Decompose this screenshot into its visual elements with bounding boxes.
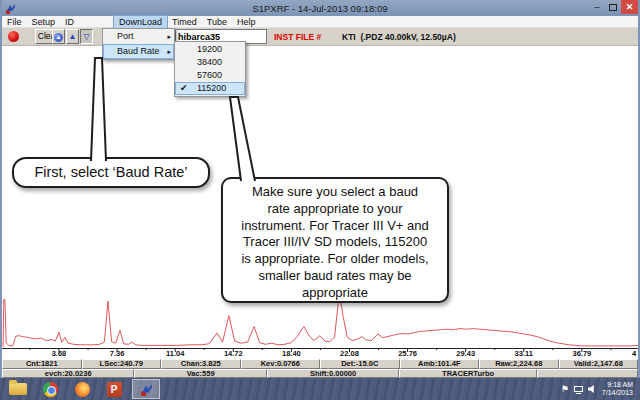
s1pxrf-window: S1PXRF - 14-Jul-2013 09:18:09 – ✕ File S… — [0, 0, 640, 378]
minimize-button[interactable]: – — [590, 0, 604, 14]
status-chan: Chan:3.825 — [161, 359, 241, 369]
submenu-arrow-icon: ▸ — [167, 29, 171, 44]
instrument-info-label: KTI (.PDZ 40.00kV, 12.50µA) — [342, 32, 456, 42]
axis-tick-label-partial: 4 — [632, 349, 636, 358]
status-cnt: Cnt:1821 — [2, 359, 82, 369]
baud-option-19200[interactable]: 19200 — [175, 43, 245, 56]
s1pxrf-icon — [140, 383, 153, 396]
windows-taskbar: P ⚑ 9:18 AM 7/14/2013 — [0, 378, 640, 400]
menu-timed[interactable]: Timed — [167, 16, 202, 28]
down-arrow-icon: ▽ — [83, 32, 89, 41]
desktop: S1PXRF - 14-Jul-2013 09:18:09 – ✕ File S… — [0, 0, 640, 400]
close-button[interactable]: ✕ — [621, 0, 638, 14]
status-tracerturbo: TRACERTurbo — [399, 369, 537, 378]
network-icon[interactable] — [574, 386, 583, 392]
callout2-line: smaller baud rates may be — [223, 268, 447, 285]
status-vac: Vac:559 — [134, 369, 266, 378]
taskbar-s1pxrf-active[interactable] — [132, 379, 160, 399]
callout2-line: Tracer III/IV SD models, 115200 — [223, 234, 447, 251]
menu-help[interactable]: Help — [232, 16, 261, 28]
toolbar: Clear ▲ ▲ ▽ INST FILE # KTI (.PDZ 40.00k… — [2, 28, 638, 46]
axis-tick-label: 14.72 — [213, 349, 253, 358]
status-kev: Kev:0.0766 — [241, 359, 321, 369]
action-center-flag-icon[interactable]: ⚑ — [561, 385, 569, 394]
volume-icon[interactable] — [588, 385, 597, 394]
baud-rate-label: Baud Rate — [117, 46, 160, 56]
status-det: Det:-15.0C — [320, 359, 400, 369]
download-dropdown-menu: Port ▸ Baud Rate ▸ — [102, 28, 175, 60]
taskbar-file-explorer[interactable] — [4, 379, 32, 399]
taskbar-chrome[interactable] — [36, 379, 64, 399]
up-arrow-button[interactable]: ▲ — [66, 29, 79, 44]
menu-item-baud-rate[interactable]: Baud Rate ▸ — [103, 44, 174, 59]
status-raw: Raw:2,224.68 — [479, 359, 559, 369]
taskbar-clock[interactable]: 9:18 AM 7/14/2013 — [602, 381, 636, 397]
callout1-text: First, select ‘Baud Rate’ — [34, 164, 187, 180]
status-bar-row2: evch:20.0236 Vac:559 Shift:0.00000 TRACE… — [2, 369, 638, 378]
menu-id[interactable]: ID — [60, 16, 79, 28]
down-arrow-button[interactable]: ▽ — [80, 29, 93, 44]
submenu-arrow-icon: ▸ — [167, 44, 171, 59]
axis-tick-label: 22.08 — [330, 349, 370, 358]
callout2-line: Make sure you select a baud — [223, 184, 447, 201]
axis-tick-label: 29.43 — [446, 349, 486, 358]
title-bar: S1PXRF - 14-Jul-2013 09:18:09 – ✕ — [2, 0, 638, 16]
chrome-icon — [43, 382, 58, 397]
callout2-line: instrument. For Tracer III V+ and — [223, 218, 447, 235]
callout2-line: is appropriate. For older models, — [223, 251, 447, 268]
status-valid: Valid:2,147.68 — [559, 359, 639, 369]
callout-first-select-baud-rate: First, select ‘Baud Rate’ — [12, 157, 210, 188]
axis-tick-label: 7.36 — [97, 349, 137, 358]
status-shift: Shift:0.00000 — [267, 369, 399, 378]
upload-icon: ▲ — [54, 33, 63, 42]
axis-tick-label: 25.76 — [388, 349, 428, 358]
status-amb: Amb:101.4F — [400, 359, 480, 369]
clock-time: 9:18 AM — [602, 381, 633, 389]
taskbar-firefox[interactable] — [68, 379, 96, 399]
system-tray: ⚑ 9:18 AM 7/14/2013 — [561, 381, 640, 397]
callout-baud-rate-advice: Make sure you select a baud rate appropr… — [221, 177, 449, 303]
maximize-icon — [609, 4, 617, 11]
axis-tick-label: 11.04 — [155, 349, 195, 358]
baud-rate-submenu: 19200 38400 57600 ✔ 115200 — [174, 41, 246, 97]
up-arrow-icon: ▲ — [69, 32, 77, 41]
axis-tick-label: 36.79 — [562, 349, 602, 358]
taskbar-powerpoint[interactable]: P — [100, 379, 128, 399]
axis-tick-label: 33.11 — [504, 349, 544, 358]
axis-tick-label: 18.40 — [271, 349, 311, 358]
maximize-button[interactable] — [607, 0, 619, 14]
checkmark-icon: ✔ — [180, 82, 188, 95]
status-evch: evch:20.0236 — [2, 369, 134, 378]
menu-item-port[interactable]: Port ▸ — [103, 29, 174, 44]
inst-file-label: INST FILE # — [274, 32, 321, 42]
menu-download[interactable]: DownLoad — [114, 16, 167, 28]
port-label: Port — [117, 31, 134, 41]
upload-button[interactable]: ▲ — [52, 29, 65, 44]
baud-115200-label: 115200 — [197, 83, 226, 93]
callout2-line: appropriate — [223, 285, 447, 302]
menu-tube[interactable]: Tube — [202, 16, 232, 28]
status-bar-row1: Cnt:1821 LSec:240.79 Chan:3.825 Kev:0.07… — [2, 359, 638, 369]
axis-tick-label: 3.68 — [39, 349, 79, 358]
status-lsec: LSec:240.79 — [82, 359, 162, 369]
menu-file[interactable]: File — [2, 16, 27, 28]
record-led-icon — [8, 31, 19, 42]
menu-bar: File Setup ID DownLoad Timed Tube Help — [2, 16, 638, 28]
clock-date: 7/14/2013 — [602, 389, 633, 397]
powerpoint-icon: P — [107, 382, 122, 397]
baud-option-57600[interactable]: 57600 — [175, 69, 245, 82]
baud-option-38400[interactable]: 38400 — [175, 56, 245, 69]
baud-option-115200[interactable]: ✔ 115200 — [175, 82, 245, 95]
status-empty — [537, 369, 638, 378]
folder-icon — [9, 383, 27, 395]
firefox-icon — [75, 382, 90, 397]
callout2-line: rate appropriate to your — [223, 201, 447, 218]
window-title: S1PXRF - 14-Jul-2013 09:18:09 — [2, 3, 638, 14]
menu-setup[interactable]: Setup — [27, 16, 61, 28]
